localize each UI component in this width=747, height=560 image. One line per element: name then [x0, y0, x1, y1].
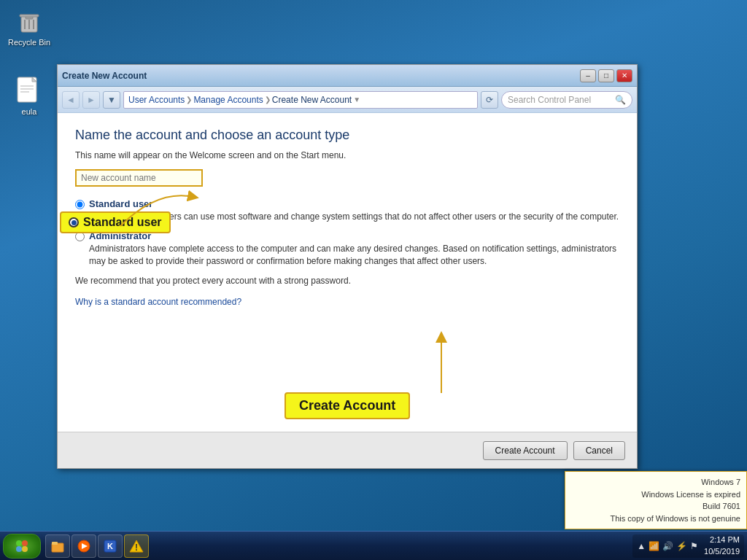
- why-standard-link[interactable]: Why is a standard account recommended?: [75, 297, 241, 307]
- svg-rect-5: [20, 15, 39, 17]
- close-button[interactable]: ✕: [616, 69, 632, 82]
- cancel-button[interactable]: Cancel: [573, 441, 625, 460]
- breadcrumb: User Accounts ❯ Manage Accounts ❯ Create…: [123, 91, 478, 109]
- search-icon: 🔍: [615, 95, 626, 105]
- start-button[interactable]: [3, 534, 41, 559]
- forward-button[interactable]: ►: [82, 91, 100, 109]
- recycle-bin-label: Recycle Bin: [8, 38, 50, 47]
- address-bar: ◄ ► ▼ User Accounts ❯ Manage Accounts ❯ …: [58, 87, 637, 113]
- svg-point-13: [22, 540, 28, 546]
- system-clock[interactable]: 2:14 PM 10/5/2019: [701, 534, 740, 557]
- svg-rect-17: [52, 542, 58, 545]
- annotation-radio-dot: [69, 217, 79, 228]
- window-controls: – □ ✕: [580, 69, 632, 82]
- page-subtitle: This name will appear on the Welcome scr…: [75, 150, 619, 160]
- system-tray: ▲ 📶 🔊 ⚡ ⚑ 2:14 PM 10/5/2019: [632, 534, 744, 558]
- security-line1: Windows 7: [571, 476, 740, 489]
- tray-network-icon[interactable]: 📶: [649, 541, 659, 551]
- taskbar-media-button[interactable]: [71, 534, 96, 558]
- bottom-bar: Create Account Cancel: [58, 432, 637, 468]
- svg-text:!: !: [135, 542, 138, 553]
- arrow-standard-user: [113, 175, 208, 233]
- title-bar: Create New Account – □ ✕: [58, 65, 637, 87]
- svg-text:K: K: [107, 542, 113, 551]
- search-bar[interactable]: Search Control Panel 🔍: [501, 91, 632, 109]
- svg-point-12: [16, 540, 22, 546]
- recycle-bin-icon-img: [15, 7, 44, 36]
- tray-power-icon[interactable]: ⚡: [676, 541, 687, 551]
- maximize-button[interactable]: □: [598, 69, 614, 82]
- content-area: Name the account and choose an account t…: [58, 113, 637, 432]
- tray-volume-icon[interactable]: 🔊: [662, 541, 673, 551]
- back-button[interactable]: ◄: [62, 91, 80, 109]
- security-line2: Windows License is expired: [571, 489, 740, 501]
- tray-arrow-icon[interactable]: ▲: [637, 541, 646, 551]
- eula-icon-img: [15, 76, 44, 105]
- clock-time: 2:14 PM: [704, 534, 740, 545]
- tray-action-icon[interactable]: ⚑: [690, 541, 698, 551]
- security-line3: Build 7601: [571, 500, 740, 513]
- recommendation-text: We recommend that you protect every acco…: [75, 276, 619, 286]
- taskbar-shortcut-button[interactable]: K: [98, 534, 123, 558]
- security-line4: This copy of Windows is not genuine: [571, 513, 740, 525]
- taskbar: K ! ▲ 📶 🔊 ⚡ ⚑ 2:14 PM 10/5/2019: [0, 531, 747, 560]
- breadcrumb-user-accounts[interactable]: User Accounts: [128, 95, 185, 105]
- svg-point-14: [16, 546, 22, 552]
- administrator-desc: Administrators have complete access to t…: [89, 243, 619, 268]
- security-notice: Windows 7 Windows License is expired Bui…: [565, 471, 747, 529]
- recycle-bin-desktop-icon[interactable]: Recycle Bin: [4, 4, 55, 50]
- breadcrumb-manage-accounts[interactable]: Manage Accounts: [193, 95, 263, 105]
- administrator-option: Administrator Administrators have comple…: [75, 230, 619, 268]
- standard-user-radio[interactable]: [75, 200, 85, 209]
- recent-button[interactable]: ▼: [103, 91, 120, 109]
- taskbar-explorer-button[interactable]: [45, 534, 70, 558]
- refresh-button[interactable]: ⟳: [481, 91, 498, 109]
- taskbar-warning-button[interactable]: !: [124, 534, 149, 558]
- desktop: Recycle Bin eula Create New Account – □ …: [0, 0, 747, 560]
- annotation-create-account-text: Create Account: [299, 398, 395, 413]
- clock-date: 10/5/2019: [704, 546, 740, 557]
- eula-label: eula: [22, 107, 37, 116]
- create-account-button[interactable]: Create Account: [483, 441, 568, 460]
- eula-desktop-icon[interactable]: eula: [4, 73, 55, 119]
- svg-point-15: [22, 546, 28, 552]
- breadcrumb-current: Create New Account: [272, 95, 352, 105]
- arrow-create-account: [405, 331, 478, 397]
- annotation-create-account: Create Account: [285, 392, 410, 419]
- svg-point-11: [13, 537, 31, 555]
- search-placeholder: Search Control Panel: [508, 95, 591, 105]
- minimize-button[interactable]: –: [580, 69, 596, 82]
- page-title: Name the account and choose an account t…: [75, 128, 619, 143]
- window-title: Create New Account: [62, 71, 147, 81]
